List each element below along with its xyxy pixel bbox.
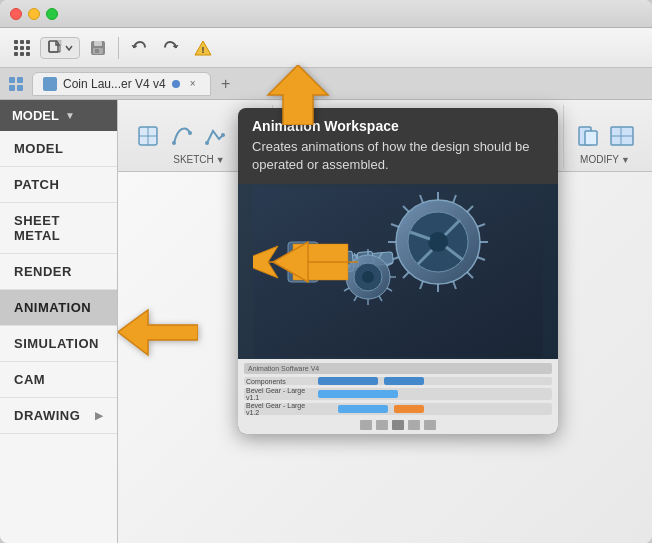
maximize-button[interactable]: [46, 8, 58, 20]
svg-rect-19: [9, 85, 15, 91]
svg-rect-7: [20, 52, 24, 56]
timeline-prev-button[interactable]: [376, 420, 388, 430]
timeline-next-button[interactable]: [408, 420, 420, 430]
apps-icon[interactable]: [8, 34, 36, 62]
sidebar-item-render[interactable]: RENDER: [0, 254, 117, 290]
modify-dropdown-icon[interactable]: ▼: [621, 155, 630, 165]
sidebar-item-patch[interactable]: PATCH: [0, 167, 117, 203]
window-controls: [10, 8, 58, 20]
svg-rect-6: [14, 52, 18, 56]
timeline-header: Animation Software V4: [244, 363, 552, 374]
gear-assembly-svg: [253, 187, 543, 357]
menu-header[interactable]: MODEL ▼: [0, 100, 117, 131]
tab-file-icon: [43, 77, 57, 91]
timeline-controls: [244, 420, 552, 430]
tooltip-description: Creates animations of how the design sho…: [238, 138, 558, 184]
sidebar-item-sheet-metal[interactable]: SHEET METAL: [0, 203, 117, 254]
svg-rect-8: [26, 52, 30, 56]
sketch-button-3[interactable]: [200, 120, 232, 152]
tooltip-image: [238, 184, 558, 359]
timeline-bar-4: [338, 405, 388, 413]
workspace-menu: MODEL ▼ MODEL PATCH SHEET METAL RENDER A…: [0, 100, 118, 543]
sidebar-item-drawing[interactable]: DRAWING ▶: [0, 398, 117, 434]
timeline-bar-1: [318, 377, 378, 385]
tooltip-popup: Animation Workspace Creates animations o…: [238, 108, 558, 434]
svg-marker-93: [268, 65, 328, 125]
timeline-track-1: Components: [244, 377, 552, 385]
timeline-bar-3: [318, 390, 398, 398]
new-file-button[interactable]: [40, 37, 80, 59]
svg-rect-14: [95, 49, 99, 53]
svg-rect-3: [14, 46, 18, 50]
tab-label: Coin Lau...er V4 v4: [63, 77, 166, 91]
title-bar: [0, 0, 652, 28]
sidebar-item-cam[interactable]: CAM: [0, 362, 117, 398]
redo-icon[interactable]: [157, 34, 185, 62]
timeline-bar-5: [394, 405, 424, 413]
svg-point-25: [188, 131, 192, 135]
tab-close-button[interactable]: ×: [186, 77, 200, 91]
svg-rect-0: [14, 40, 18, 44]
timeline-track-3: Bevel Gear - Large v1.2: [244, 403, 552, 415]
modify-group-label: MODIFY ▼: [580, 154, 630, 165]
sketch-group-label: SKETCH ▼: [173, 154, 224, 165]
svg-point-27: [221, 133, 225, 137]
svg-rect-17: [9, 77, 15, 83]
content-area: SKETCH ▼: [118, 100, 652, 543]
svg-rect-5: [26, 46, 30, 50]
svg-point-26: [205, 141, 209, 145]
modify-button-1[interactable]: [572, 120, 604, 152]
svg-rect-1: [20, 40, 24, 44]
home-icon: [8, 76, 24, 92]
modify-icons: [572, 120, 638, 152]
timeline-bar-2: [384, 377, 424, 385]
svg-rect-39: [585, 131, 597, 145]
modify-button-2[interactable]: [606, 120, 638, 152]
menu-header-label: MODEL: [12, 108, 59, 123]
up-arrow-svg: [263, 65, 333, 125]
timeline-track-2: Bevel Gear - Large v1.1: [244, 388, 552, 400]
svg-rect-18: [17, 77, 23, 83]
undo-icon[interactable]: [125, 34, 153, 62]
close-button[interactable]: [10, 8, 22, 20]
svg-point-24: [172, 141, 176, 145]
tooltip-timeline: Animation Software V4 Components Bevel G…: [238, 359, 558, 434]
svg-rect-2: [26, 40, 30, 44]
timeline-rewind-button[interactable]: [360, 420, 372, 430]
sidebar-item-simulation[interactable]: SIMULATION: [0, 326, 117, 362]
timeline-end-button[interactable]: [424, 420, 436, 430]
warning-icon[interactable]: !: [189, 34, 217, 62]
svg-rect-12: [94, 41, 102, 46]
toolbar: !: [0, 28, 652, 68]
svg-point-72: [362, 271, 374, 283]
submenu-arrow-icon: ▶: [95, 410, 104, 421]
ribbon-group-modify: MODIFY ▼: [566, 105, 644, 169]
sidebar-item-model[interactable]: MODEL: [0, 131, 117, 167]
sketch-dropdown-icon[interactable]: ▼: [216, 155, 225, 165]
divider-1: [118, 37, 119, 59]
main-tab[interactable]: Coin Lau...er V4 v4 ×: [32, 72, 211, 96]
tab-active-indicator: [172, 80, 180, 88]
svg-text:!: !: [202, 45, 205, 55]
sketch-button-1[interactable]: [132, 120, 164, 152]
up-arrow-container: [263, 65, 333, 129]
svg-rect-4: [20, 46, 24, 50]
svg-rect-20: [17, 85, 23, 91]
sketch-button-2[interactable]: [166, 120, 198, 152]
minimize-button[interactable]: [28, 8, 40, 20]
timeline-play-button[interactable]: [392, 420, 404, 430]
save-icon[interactable]: [84, 34, 112, 62]
main-window: ! Coin Lau...er V4 v4 × + MODEL ▼: [0, 0, 652, 543]
menu-header-arrow-icon: ▼: [65, 110, 75, 121]
new-tab-button[interactable]: +: [215, 73, 237, 95]
sidebar-item-animation[interactable]: ANIMATION: [0, 290, 117, 326]
main-area: MODEL ▼ MODEL PATCH SHEET METAL RENDER A…: [0, 100, 652, 543]
